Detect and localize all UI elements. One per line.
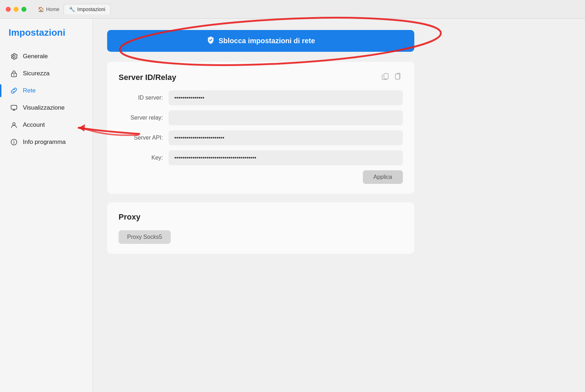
main-panel: Sblocca impostazioni di rete Server ID/R… (93, 19, 585, 392)
server-relay-row: Server relay: (119, 110, 403, 125)
unlock-button[interactable]: Sblocca impostazioni di rete (107, 30, 414, 52)
svg-point-3 (13, 123, 15, 125)
apply-row: Applica (119, 170, 403, 184)
server-card-title-text: Server ID/Relay (119, 73, 176, 82)
svg-rect-7 (395, 74, 400, 79)
app-body: Impostazioni Generale Sicurezza (0, 19, 585, 392)
server-relay-label: Server relay: (119, 115, 169, 121)
sidebar-item-account[interactable]: Account (6, 117, 87, 133)
sidebar-item-rete[interactable]: Rete (6, 82, 87, 99)
proxy-card-title-text: Proxy (119, 212, 140, 222)
tab-impostazioni[interactable]: 🔧 Impostazioni (64, 4, 111, 14)
monitor-icon (10, 104, 18, 112)
active-tab-label: Impostazioni (77, 6, 105, 12)
server-relay-input[interactable] (169, 110, 403, 125)
server-api-label: Server API: (119, 135, 169, 141)
sidebar-item-label-sicurezza: Sicurezza (23, 70, 50, 77)
sidebar-item-label-generale: Generale (23, 53, 48, 60)
window-controls (6, 7, 26, 12)
close-button[interactable] (6, 7, 11, 12)
sidebar-item-label-info: Info programma (23, 139, 66, 146)
sidebar: Impostazioni Generale Sicurezza (0, 19, 93, 392)
server-api-row: Server API: (119, 130, 403, 145)
sidebar-item-info[interactable]: Info programma (6, 134, 87, 150)
svg-rect-6 (384, 74, 388, 79)
home-icon: 🏠 (38, 6, 44, 12)
titlebar: 🏠 Home 🔧 Impostazioni (0, 0, 585, 19)
maximize-button[interactable] (21, 7, 26, 12)
key-row: Key: (119, 150, 403, 165)
card-title-server: Server ID/Relay (119, 72, 403, 83)
gear-icon (10, 52, 18, 60)
person-icon (10, 121, 18, 129)
sidebar-item-visualizzazione[interactable]: Visualizzazione (6, 100, 87, 116)
paste-button[interactable] (394, 72, 403, 83)
key-label: Key: (119, 155, 169, 161)
link-icon (10, 87, 18, 95)
id-server-row: ID server: (119, 90, 403, 105)
sidebar-item-label-account: Account (23, 121, 45, 129)
copy-button[interactable] (381, 72, 390, 83)
proxy-card: Proxy Proxy Socks5 (107, 202, 414, 254)
minimize-button[interactable] (14, 7, 19, 12)
lock-icon (10, 70, 18, 77)
id-server-label: ID server: (119, 95, 169, 101)
unlock-button-label: Sblocca impostazioni di rete (219, 37, 315, 45)
sidebar-item-label-visualizzazione: Visualizzazione (23, 104, 65, 111)
id-server-input[interactable] (169, 90, 403, 105)
sidebar-item-generale[interactable]: Generale (6, 48, 87, 65)
shield-icon (206, 36, 215, 46)
server-card: Server ID/Relay (107, 62, 414, 194)
proxy-socks5-button[interactable]: Proxy Socks5 (119, 230, 171, 244)
svg-point-5 (14, 141, 14, 141)
info-icon (10, 138, 18, 146)
svg-rect-2 (11, 105, 17, 109)
sidebar-item-label-rete: Rete (23, 87, 36, 94)
key-input[interactable] (169, 150, 403, 165)
card-title-proxy: Proxy (119, 212, 403, 222)
home-tab-label: Home (46, 6, 59, 12)
apply-button[interactable]: Applica (363, 170, 403, 184)
card-action-icons (381, 72, 403, 83)
settings-icon: 🔧 (69, 6, 75, 12)
server-api-input[interactable] (169, 130, 403, 145)
svg-point-1 (14, 75, 15, 76)
tab-home[interactable]: 🏠 Home (34, 4, 64, 14)
sidebar-item-sicurezza[interactable]: Sicurezza (6, 65, 87, 82)
sidebar-title: Impostazioni (6, 27, 87, 38)
